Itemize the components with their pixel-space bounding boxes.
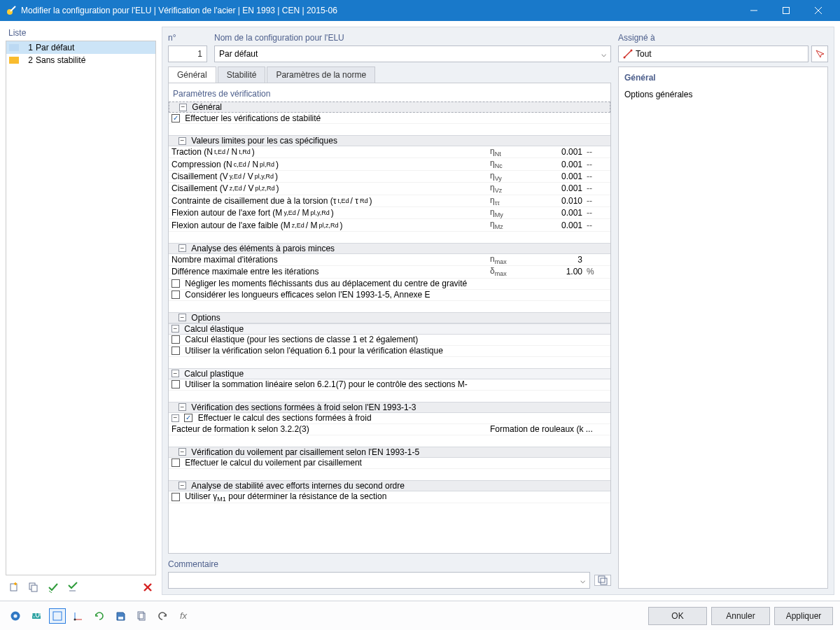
assign-input[interactable]: Tout bbox=[618, 46, 808, 62]
units-button[interactable]: 0.00 bbox=[28, 608, 45, 624]
expander-icon[interactable]: − bbox=[172, 325, 179, 332]
nr-input[interactable]: 1 bbox=[168, 46, 207, 62]
name-dropdown[interactable]: Par défaut ⌵ bbox=[214, 46, 611, 62]
thin-diff-val[interactable]: 1.00 bbox=[528, 267, 587, 276]
expander-icon[interactable]: − bbox=[172, 414, 179, 422]
group-general: Général bbox=[192, 102, 222, 112]
tab-code-params[interactable]: Paramètres de la norme bbox=[267, 66, 375, 83]
expander-icon[interactable]: − bbox=[179, 104, 187, 111]
assign-label: Assigné à bbox=[618, 33, 828, 43]
stab2-gammaM1: Utiliser γM1 pour déterminer la résistan… bbox=[185, 491, 386, 503]
limit-label: Cisaillement (Vz,Ed / Vpl,z,Rd) bbox=[169, 183, 490, 193]
svg-line-11 bbox=[624, 50, 631, 57]
limit-unit: -- bbox=[587, 147, 610, 157]
limit-label: Compression (Nc,Ed / Npl,Rd) bbox=[169, 160, 490, 169]
group-limits: Valeurs limites pour les cas spécifiques bbox=[191, 136, 337, 146]
checkbox[interactable] bbox=[172, 335, 180, 344]
checkbox[interactable]: ✓ bbox=[184, 414, 192, 422]
group-shearbuckling: Vérification du voilement par cisailleme… bbox=[191, 447, 419, 457]
list-item[interactable]: 1 Par défaut bbox=[6, 41, 155, 54]
functions-button[interactable]: fx bbox=[175, 608, 192, 624]
duplicate-button[interactable] bbox=[25, 580, 42, 595]
checkbox[interactable] bbox=[172, 380, 180, 388]
group-thin: Analyse des éléments à parois minces bbox=[191, 244, 335, 253]
undo-button[interactable] bbox=[154, 608, 171, 624]
expander-icon[interactable]: − bbox=[178, 482, 186, 489]
svg-rect-24 bbox=[118, 617, 123, 620]
delete-button[interactable] bbox=[139, 580, 156, 595]
comment-tool-button[interactable] bbox=[594, 575, 611, 586]
copy-button[interactable] bbox=[133, 608, 150, 624]
tree-grid: − Général ✓ Effectuer les vérifications … bbox=[169, 102, 610, 503]
assign-select-icon bbox=[623, 49, 633, 59]
window-maximize-button[interactable] bbox=[770, 0, 802, 21]
description-panel: Général Options générales bbox=[618, 66, 828, 589]
app-icon bbox=[6, 5, 17, 16]
checkbox[interactable] bbox=[172, 290, 180, 299]
list-item-num: 1 bbox=[22, 43, 33, 52]
elastic-eq61: Utiliser la vérification selon l'équatio… bbox=[185, 346, 443, 356]
checkbox[interactable]: ✓ bbox=[172, 114, 180, 122]
assign-value: Tout bbox=[636, 49, 652, 59]
limit-value[interactable]: 0.001 bbox=[528, 208, 587, 218]
window-minimize-button[interactable] bbox=[738, 0, 770, 21]
new-button[interactable] bbox=[6, 580, 22, 595]
svg-point-13 bbox=[631, 50, 633, 52]
checkbox[interactable] bbox=[172, 346, 180, 355]
limit-value[interactable]: 0.001 bbox=[528, 147, 587, 157]
expander-icon[interactable]: − bbox=[178, 314, 186, 321]
params-title: Paramètres de vérification bbox=[169, 88, 610, 102]
group-elastic: Calcul élastique bbox=[184, 324, 244, 334]
name-label: Nom de la configuration pour l'ELU bbox=[214, 33, 611, 43]
svg-text:0.00: 0.00 bbox=[31, 610, 42, 620]
limit-value[interactable]: 0.010 bbox=[528, 196, 587, 206]
thin-diff-label: Différence maximale entre les itérations bbox=[172, 267, 319, 276]
save-button[interactable] bbox=[112, 608, 129, 624]
limit-unit: -- bbox=[587, 183, 610, 193]
limit-value[interactable]: 0.001 bbox=[528, 172, 587, 181]
checkbox[interactable] bbox=[172, 493, 180, 501]
config-list[interactable]: 1 Par défaut 2 Sans stabilité bbox=[6, 41, 156, 575]
help-button[interactable] bbox=[7, 608, 24, 624]
limit-unit: -- bbox=[587, 160, 610, 169]
limit-value[interactable]: 0.001 bbox=[528, 183, 587, 193]
uncheck-all-button[interactable] bbox=[64, 580, 81, 595]
limit-unit: -- bbox=[587, 172, 610, 181]
ok-button[interactable]: OK bbox=[648, 607, 707, 625]
view-mode-button[interactable] bbox=[49, 608, 66, 624]
tab-general[interactable]: Général bbox=[168, 66, 216, 83]
check-all-button[interactable] bbox=[45, 580, 62, 595]
plastic-linsum: Utiliser la sommation linéaire selon 6.2… bbox=[185, 379, 468, 389]
window-close-button[interactable] bbox=[802, 0, 834, 21]
checkbox[interactable] bbox=[172, 279, 180, 288]
limit-sym: ηVy bbox=[490, 171, 528, 182]
expander-icon[interactable]: − bbox=[178, 137, 186, 145]
svg-rect-20 bbox=[53, 612, 62, 620]
cancel-button[interactable]: Annuler bbox=[711, 607, 770, 625]
window-title: Modifier la configuration pour l'ELU | V… bbox=[21, 6, 738, 15]
elastic-also-cl12: Calcul élastique (pour les sections de c… bbox=[185, 335, 418, 344]
cold-kfactor-label: Facteur de formation k selon 3.2.2(3) bbox=[172, 424, 309, 434]
comment-input[interactable]: ⌵ bbox=[168, 572, 590, 589]
svg-rect-14 bbox=[598, 576, 605, 582]
limit-value[interactable]: 0.001 bbox=[528, 220, 587, 230]
expander-icon[interactable]: − bbox=[178, 244, 186, 252]
cold-kfactor-val[interactable]: Formation de rouleaux (k ... bbox=[490, 424, 610, 434]
checkbox[interactable] bbox=[172, 458, 180, 467]
coords-button[interactable] bbox=[70, 608, 87, 624]
apply-button[interactable]: Appliquer bbox=[774, 607, 833, 625]
chevron-down-icon: ⌵ bbox=[601, 49, 606, 59]
expander-icon[interactable]: − bbox=[178, 403, 186, 411]
refresh-button[interactable] bbox=[91, 608, 108, 624]
limit-value[interactable]: 0.001 bbox=[528, 160, 587, 169]
tab-stability[interactable]: Stabilité bbox=[218, 66, 266, 83]
expander-icon[interactable]: − bbox=[172, 370, 179, 377]
thin-neglect-moments: Négliger les moments fléchissants dus au… bbox=[185, 279, 467, 288]
svg-point-12 bbox=[624, 57, 626, 59]
expander-icon[interactable]: − bbox=[178, 448, 186, 456]
pick-in-view-button[interactable] bbox=[811, 46, 828, 62]
list-item[interactable]: 2 Sans stabilité bbox=[6, 54, 155, 66]
thin-iter-val[interactable]: 3 bbox=[528, 255, 587, 265]
opt-stability-checks: Effectuer les vérifications de stabilité bbox=[185, 113, 321, 123]
limit-label: Flexion autour de l'axe faible (Mz,Ed / … bbox=[169, 220, 490, 230]
